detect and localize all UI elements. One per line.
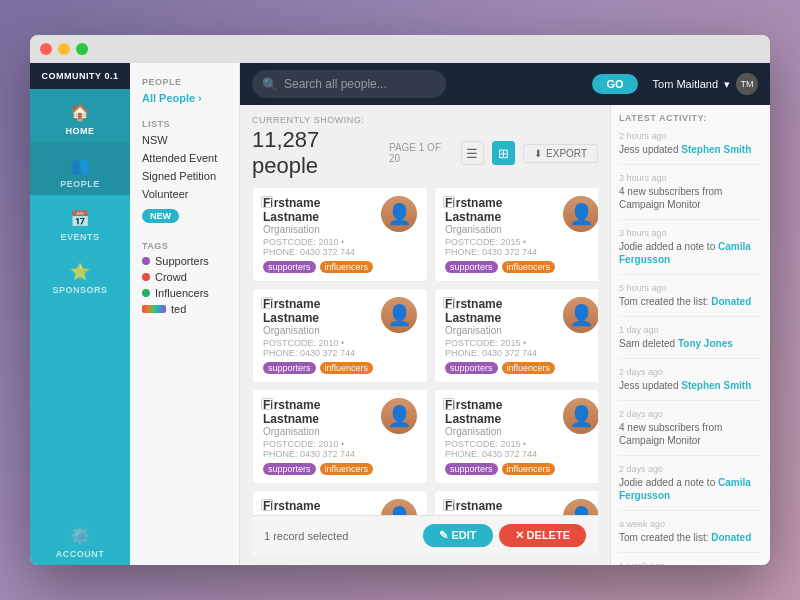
activity-item: 2 days ago Jodie added a note to Camila … xyxy=(619,464,762,511)
person-tags: supporters influencers xyxy=(445,261,555,273)
person-info: Firstname Lastname Organisation POSTCODE… xyxy=(263,196,373,273)
person-card[interactable]: Firstname Lastname Organisation POSTCODE… xyxy=(252,490,428,515)
person-checkbox[interactable] xyxy=(443,499,455,511)
activity-time: 5 hours ago xyxy=(619,283,762,293)
tag-supporters: supporters xyxy=(263,362,316,374)
sidebar-item-people[interactable]: 👥 PEOPLE xyxy=(30,142,130,195)
user-name: Tom Maitland xyxy=(653,78,718,90)
activity-text: Jess updated Stephen Smith xyxy=(619,143,762,156)
person-details: POSTCODE: 2010 • PHONE: 0430 372 744 xyxy=(263,237,373,257)
tag-crowd[interactable]: Crowd xyxy=(130,269,239,285)
person-tags: supporters influencers xyxy=(445,463,555,475)
search-icon: 🔍 xyxy=(262,77,278,92)
person-details: POSTCODE: 2015 • PHONE: 0430 372 744 xyxy=(445,338,555,358)
activity-item: 5 hours ago Tom created the list: Donate… xyxy=(619,283,762,317)
person-avatar xyxy=(381,398,417,434)
person-org: Organisation xyxy=(445,325,555,336)
activity-link[interactable]: Donated xyxy=(711,296,751,307)
people-count: 11,287 people xyxy=(252,127,389,179)
activity-link[interactable]: Donated xyxy=(711,532,751,543)
list-view-button[interactable]: ☰ xyxy=(461,141,484,165)
people-grid: Firstname Lastname Organisation POSTCODE… xyxy=(252,187,598,515)
person-details: POSTCODE: 2010 • PHONE: 0430 372 744 xyxy=(263,439,373,459)
person-tags: supporters influencers xyxy=(263,463,373,475)
sidebar-label-events: EVENTS xyxy=(60,232,99,242)
person-card[interactable]: Firstname Lastname Organisation POSTCODE… xyxy=(434,389,598,484)
person-card[interactable]: Firstname Lastname Organisation POSTCODE… xyxy=(434,288,598,383)
sidebar-item-home[interactable]: 🏠 HOME xyxy=(30,89,130,142)
person-checkbox[interactable] xyxy=(261,499,273,511)
delete-button[interactable]: ✕ DELETE xyxy=(499,524,586,547)
activity-item: 1 day ago Sam deleted Tony Jones xyxy=(619,325,762,359)
person-info: Firstname Lastname Organisation POSTCODE… xyxy=(445,499,555,515)
edit-button[interactable]: ✎ EDIT xyxy=(423,524,492,547)
sidebar: COMMUNITY 0.1 🏠 HOME 👥 PEOPLE 📅 EVENTS ⭐… xyxy=(30,63,130,565)
person-avatar xyxy=(563,499,598,515)
tag-influencers[interactable]: Influencers xyxy=(130,285,239,301)
activity-text: Jodie added a note to Camila Fergusson xyxy=(619,240,762,266)
user-menu[interactable]: Tom Maitland ▾ TM xyxy=(653,73,758,95)
person-checkbox[interactable] xyxy=(443,297,455,309)
sub-item-all-people[interactable]: All People › xyxy=(130,89,239,107)
tag-supporters[interactable]: Supporters xyxy=(130,253,239,269)
activity-item: 2 hours ago Jess updated Stephen Smith xyxy=(619,131,762,165)
currently-showing-label: CURRENTLY SHOWING: xyxy=(252,115,598,125)
minimize-dot[interactable] xyxy=(58,43,70,55)
person-avatar xyxy=(563,297,598,333)
person-card[interactable]: Firstname Lastname Organisation POSTCODE… xyxy=(434,490,598,515)
activity-link[interactable]: Stephen Smith xyxy=(681,380,751,391)
person-card[interactable]: Firstname Lastname Organisation POSTCODE… xyxy=(252,389,428,484)
home-icon: 🏠 xyxy=(69,101,91,123)
people-section-title: PEOPLE xyxy=(130,73,239,89)
person-name: Firstname Lastname xyxy=(445,499,555,515)
person-card[interactable]: Firstname Lastname Organisation POSTCODE… xyxy=(252,187,428,282)
export-label: EXPORT xyxy=(546,148,587,159)
activity-time: 2 days ago xyxy=(619,409,762,419)
person-card[interactable]: Firstname Lastname Organisation POSTCODE… xyxy=(434,187,598,282)
tag-ted[interactable]: ted xyxy=(130,301,239,317)
tags-section-title: TAGS xyxy=(130,237,239,253)
people-icon: 👥 xyxy=(69,154,91,176)
activity-item: 2 days ago 4 new subscribers from Campai… xyxy=(619,409,762,456)
sidebar-item-account[interactable]: ⚙️ ACCOUNT xyxy=(30,512,130,565)
search-input[interactable] xyxy=(252,70,446,98)
activity-title: LATEST ACTIVITY: xyxy=(619,113,762,123)
person-info: Firstname Lastname Organisation POSTCODE… xyxy=(263,499,373,515)
tag-supporters: supporters xyxy=(445,362,498,374)
sidebar-item-events[interactable]: 📅 EVENTS xyxy=(30,195,130,248)
events-icon: 📅 xyxy=(69,207,91,229)
sub-item-attended[interactable]: Attended Event xyxy=(130,149,239,167)
activity-text: Jodie added a note to Camila Fergusson xyxy=(619,476,762,502)
new-badge[interactable]: NEW xyxy=(142,209,179,223)
grid-view-button[interactable]: ⊞ xyxy=(492,141,515,165)
sidebar-item-sponsors[interactable]: ⭐ SPONSORS xyxy=(30,248,130,301)
lists-section-title: LISTS xyxy=(130,115,239,131)
person-checkbox[interactable] xyxy=(261,297,273,309)
person-checkbox[interactable] xyxy=(261,196,273,208)
person-tags: supporters influencers xyxy=(263,261,373,273)
maximize-dot[interactable] xyxy=(76,43,88,55)
chevron-down-icon: ▾ xyxy=(724,78,730,91)
bottom-actions: ✎ EDIT ✕ DELETE xyxy=(423,524,586,547)
person-checkbox[interactable] xyxy=(261,398,273,410)
go-button[interactable]: GO xyxy=(592,74,637,94)
person-details: POSTCODE: 2015 • PHONE: 0430 372 744 xyxy=(445,237,555,257)
tag-label-influencers: Influencers xyxy=(155,287,209,299)
activity-link[interactable]: Stephen Smith xyxy=(681,144,751,155)
person-checkbox[interactable] xyxy=(443,398,455,410)
close-dot[interactable] xyxy=(40,43,52,55)
activity-text: Tom created the list: Donated xyxy=(619,531,762,544)
person-card[interactable]: Firstname Lastname Organisation POSTCODE… xyxy=(252,288,428,383)
export-button[interactable]: ⬇ EXPORT xyxy=(523,144,598,163)
app-body: COMMUNITY 0.1 🏠 HOME 👥 PEOPLE 📅 EVENTS ⭐… xyxy=(30,63,770,565)
activity-link[interactable]: Tony Jones xyxy=(678,338,733,349)
person-org: Organisation xyxy=(445,426,555,437)
person-org: Organisation xyxy=(263,426,373,437)
people-count-row: 11,287 people PAGE 1 OF 20 ☰ ⊞ ⬇ EXPORT xyxy=(252,127,598,179)
person-avatar xyxy=(563,398,598,434)
sub-item-volunteer[interactable]: Volunteer xyxy=(130,185,239,203)
sub-item-petition[interactable]: Signed Petition xyxy=(130,167,239,185)
person-checkbox[interactable] xyxy=(443,196,455,208)
person-details: POSTCODE: 2015 • PHONE: 0430 372 744 xyxy=(445,439,555,459)
sub-item-nsw[interactable]: NSW xyxy=(130,131,239,149)
